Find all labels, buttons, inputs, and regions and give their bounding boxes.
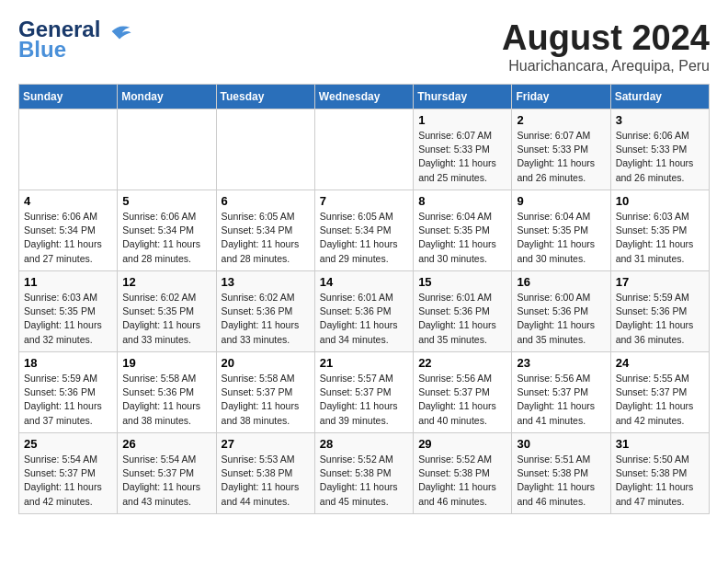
- title-block: August 2024 Huarichancara, Arequipa, Per…: [502, 18, 710, 75]
- weekday-header-wednesday: Wednesday: [314, 85, 413, 109]
- day-info: Sunrise: 5:51 AM Sunset: 5:38 PM Dayligh…: [517, 453, 605, 509]
- day-info: Sunrise: 6:06 AM Sunset: 5:34 PM Dayligh…: [24, 210, 112, 266]
- calendar-table: SundayMondayTuesdayWednesdayThursdayFrid…: [18, 84, 710, 514]
- day-number: 10: [616, 194, 704, 208]
- calendar-cell: 3Sunrise: 6:06 AM Sunset: 5:33 PM Daylig…: [610, 109, 709, 190]
- weekday-header-tuesday: Tuesday: [216, 85, 314, 109]
- calendar-cell: 30Sunrise: 5:51 AM Sunset: 5:38 PM Dayli…: [512, 433, 610, 514]
- day-number: 12: [122, 275, 210, 289]
- day-info: Sunrise: 6:03 AM Sunset: 5:35 PM Dayligh…: [616, 210, 704, 266]
- day-number: 1: [418, 113, 506, 127]
- day-info: Sunrise: 6:02 AM Sunset: 5:35 PM Dayligh…: [122, 291, 210, 347]
- calendar-cell: 24Sunrise: 5:55 AM Sunset: 5:37 PM Dayli…: [610, 352, 709, 433]
- weekday-header-sunday: Sunday: [19, 85, 118, 109]
- day-info: Sunrise: 5:53 AM Sunset: 5:38 PM Dayligh…: [222, 453, 310, 509]
- day-info: Sunrise: 5:56 AM Sunset: 5:37 PM Dayligh…: [517, 372, 605, 428]
- calendar-cell: 5Sunrise: 6:06 AM Sunset: 5:34 PM Daylig…: [118, 190, 216, 271]
- day-number: 25: [24, 437, 112, 451]
- calendar-cell: 7Sunrise: 6:05 AM Sunset: 5:34 PM Daylig…: [314, 190, 413, 271]
- day-number: 28: [320, 437, 408, 451]
- day-number: 29: [418, 437, 506, 451]
- day-number: 19: [122, 356, 210, 370]
- day-info: Sunrise: 6:05 AM Sunset: 5:34 PM Dayligh…: [222, 210, 310, 266]
- day-number: 15: [418, 275, 506, 289]
- calendar-week-2: 4Sunrise: 6:06 AM Sunset: 5:34 PM Daylig…: [19, 190, 710, 271]
- calendar-week-4: 18Sunrise: 5:59 AM Sunset: 5:36 PM Dayli…: [19, 352, 710, 433]
- calendar-week-3: 11Sunrise: 6:03 AM Sunset: 5:35 PM Dayli…: [19, 271, 710, 352]
- calendar-cell: 19Sunrise: 5:58 AM Sunset: 5:36 PM Dayli…: [118, 352, 216, 433]
- weekday-header-friday: Friday: [512, 85, 610, 109]
- day-number: 5: [122, 194, 210, 208]
- calendar-cell: 6Sunrise: 6:05 AM Sunset: 5:34 PM Daylig…: [216, 190, 314, 271]
- calendar-cell: 8Sunrise: 6:04 AM Sunset: 5:35 PM Daylig…: [414, 190, 512, 271]
- day-number: 14: [320, 275, 408, 289]
- day-info: Sunrise: 5:59 AM Sunset: 5:36 PM Dayligh…: [24, 372, 112, 428]
- day-info: Sunrise: 6:00 AM Sunset: 5:36 PM Dayligh…: [517, 291, 605, 347]
- day-info: Sunrise: 5:54 AM Sunset: 5:37 PM Dayligh…: [24, 453, 112, 509]
- day-number: 2: [517, 113, 605, 127]
- day-number: 13: [222, 275, 310, 289]
- calendar-cell: [19, 109, 118, 190]
- calendar-cell: 22Sunrise: 5:56 AM Sunset: 5:37 PM Dayli…: [414, 352, 512, 433]
- day-info: Sunrise: 6:05 AM Sunset: 5:34 PM Dayligh…: [320, 210, 408, 266]
- day-info: Sunrise: 6:07 AM Sunset: 5:33 PM Dayligh…: [517, 129, 605, 185]
- calendar-cell: 26Sunrise: 5:54 AM Sunset: 5:37 PM Dayli…: [118, 433, 216, 514]
- calendar-cell: 2Sunrise: 6:07 AM Sunset: 5:33 PM Daylig…: [512, 109, 610, 190]
- day-info: Sunrise: 5:55 AM Sunset: 5:37 PM Dayligh…: [616, 372, 704, 428]
- day-info: Sunrise: 6:01 AM Sunset: 5:36 PM Dayligh…: [418, 291, 506, 347]
- day-number: 3: [616, 113, 704, 127]
- day-info: Sunrise: 6:06 AM Sunset: 5:33 PM Dayligh…: [616, 129, 704, 185]
- day-info: Sunrise: 5:58 AM Sunset: 5:36 PM Dayligh…: [122, 372, 210, 428]
- calendar-cell: 18Sunrise: 5:59 AM Sunset: 5:36 PM Dayli…: [19, 352, 118, 433]
- main-title: August 2024: [502, 18, 710, 58]
- calendar-cell: 23Sunrise: 5:56 AM Sunset: 5:37 PM Dayli…: [512, 352, 610, 433]
- day-number: 11: [24, 275, 112, 289]
- day-info: Sunrise: 6:01 AM Sunset: 5:36 PM Dayligh…: [320, 291, 408, 347]
- day-info: Sunrise: 5:50 AM Sunset: 5:38 PM Dayligh…: [616, 453, 704, 509]
- calendar-cell: 13Sunrise: 6:02 AM Sunset: 5:36 PM Dayli…: [216, 271, 314, 352]
- calendar-cell: 10Sunrise: 6:03 AM Sunset: 5:35 PM Dayli…: [610, 190, 709, 271]
- day-number: 30: [517, 437, 605, 451]
- calendar-week-1: 1Sunrise: 6:07 AM Sunset: 5:33 PM Daylig…: [19, 109, 710, 190]
- day-info: Sunrise: 6:03 AM Sunset: 5:35 PM Dayligh…: [24, 291, 112, 347]
- day-number: 4: [24, 194, 112, 208]
- calendar-cell: 12Sunrise: 6:02 AM Sunset: 5:35 PM Dayli…: [118, 271, 216, 352]
- calendar-cell: 11Sunrise: 6:03 AM Sunset: 5:35 PM Dayli…: [19, 271, 118, 352]
- day-info: Sunrise: 5:58 AM Sunset: 5:37 PM Dayligh…: [222, 372, 310, 428]
- day-info: Sunrise: 6:02 AM Sunset: 5:36 PM Dayligh…: [222, 291, 310, 347]
- day-number: 8: [418, 194, 506, 208]
- calendar-cell: 17Sunrise: 5:59 AM Sunset: 5:36 PM Dayli…: [610, 271, 709, 352]
- calendar-cell: 20Sunrise: 5:58 AM Sunset: 5:37 PM Dayli…: [216, 352, 314, 433]
- calendar-cell: 4Sunrise: 6:06 AM Sunset: 5:34 PM Daylig…: [19, 190, 118, 271]
- page-header: General Blue August 2024 Huarichancara, …: [18, 18, 710, 75]
- day-number: 20: [222, 356, 310, 370]
- day-number: 26: [122, 437, 210, 451]
- calendar-week-5: 25Sunrise: 5:54 AM Sunset: 5:37 PM Dayli…: [19, 433, 710, 514]
- day-info: Sunrise: 5:57 AM Sunset: 5:37 PM Dayligh…: [320, 372, 408, 428]
- day-number: 9: [517, 194, 605, 208]
- day-number: 27: [222, 437, 310, 451]
- calendar-cell: [216, 109, 314, 190]
- day-info: Sunrise: 5:52 AM Sunset: 5:38 PM Dayligh…: [320, 453, 408, 509]
- day-info: Sunrise: 5:52 AM Sunset: 5:38 PM Dayligh…: [418, 453, 506, 509]
- day-number: 16: [517, 275, 605, 289]
- calendar-cell: 14Sunrise: 6:01 AM Sunset: 5:36 PM Dayli…: [314, 271, 413, 352]
- day-number: 23: [517, 356, 605, 370]
- day-number: 6: [222, 194, 310, 208]
- calendar-cell: 16Sunrise: 6:00 AM Sunset: 5:36 PM Dayli…: [512, 271, 610, 352]
- day-number: 31: [616, 437, 704, 451]
- calendar-cell: 28Sunrise: 5:52 AM Sunset: 5:38 PM Dayli…: [314, 433, 413, 514]
- day-info: Sunrise: 6:06 AM Sunset: 5:34 PM Dayligh…: [122, 210, 210, 266]
- day-number: 7: [320, 194, 408, 208]
- day-number: 18: [24, 356, 112, 370]
- day-info: Sunrise: 5:56 AM Sunset: 5:37 PM Dayligh…: [418, 372, 506, 428]
- day-info: Sunrise: 5:59 AM Sunset: 5:36 PM Dayligh…: [616, 291, 704, 347]
- calendar-cell: 29Sunrise: 5:52 AM Sunset: 5:38 PM Dayli…: [414, 433, 512, 514]
- calendar-body: 1Sunrise: 6:07 AM Sunset: 5:33 PM Daylig…: [19, 109, 710, 514]
- calendar-cell: 1Sunrise: 6:07 AM Sunset: 5:33 PM Daylig…: [414, 109, 512, 190]
- logo: General Blue: [18, 18, 132, 63]
- weekday-header-saturday: Saturday: [610, 85, 709, 109]
- day-number: 22: [418, 356, 506, 370]
- day-info: Sunrise: 6:04 AM Sunset: 5:35 PM Dayligh…: [418, 210, 506, 266]
- calendar-cell: 25Sunrise: 5:54 AM Sunset: 5:37 PM Dayli…: [19, 433, 118, 514]
